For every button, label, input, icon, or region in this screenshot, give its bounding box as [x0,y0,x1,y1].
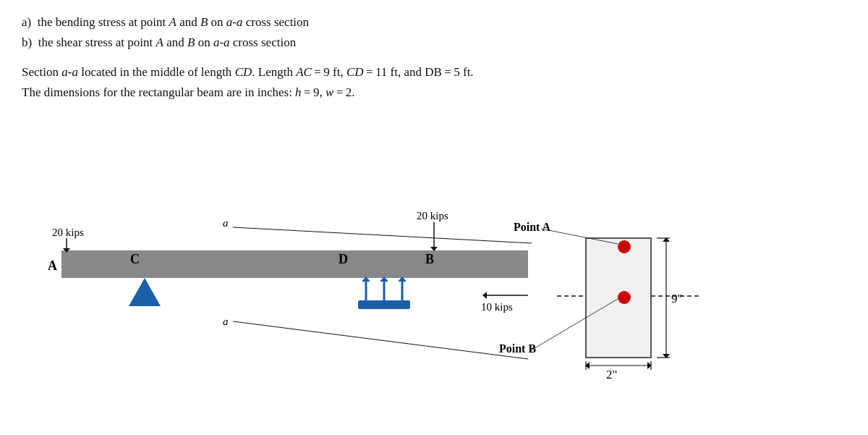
diagram-area: A C D B 20 kips 20 kips a a [22,109,846,384]
dist-load-base [358,300,410,309]
section-a-bottom-label: a [223,316,229,327]
beam-label-A: A [48,258,57,273]
red-dot-A [618,240,631,253]
triangle-support-C [129,278,161,306]
section-line-bottom [233,321,528,359]
pointer-line-A [541,229,618,244]
load-20kips-left-label: 20 kips [52,227,84,238]
load-20kips-right-label: 20 kips [417,210,448,221]
description-text: Section a-a located in the middle of len… [22,63,846,103]
cross-section-pointA-label: Point A [514,221,551,233]
cross-section-pointB-label: Point B [499,342,536,355]
section-a-top-label: a [223,217,229,229]
dim-9-value: 9" [671,292,682,305]
desc-line1: Section a-a located in the middle of len… [22,63,846,82]
problem-b: b) the shear stress at point A and B on … [22,33,846,52]
diagram-svg: A C D B 20 kips 20 kips a a [22,109,846,384]
beam-label-B: B [425,252,434,266]
problem-a: a) the bending stress at point A and B o… [22,13,846,32]
section-line-top [233,227,532,243]
beam-label-C: C [130,252,140,266]
load-10kips-arrowhead [482,292,487,299]
red-dot-B [618,291,631,304]
problem-text: a) the bending stress at point A and B o… [22,13,846,53]
desc-line2: The dimensions for the rectangular beam … [22,83,846,102]
beam-label-D: D [339,252,348,266]
load-10kips-label: 10 kips [481,301,513,313]
page-content: a) the bending stress at point A and B o… [0,0,868,392]
dim-2-value: 2" [606,368,617,381]
